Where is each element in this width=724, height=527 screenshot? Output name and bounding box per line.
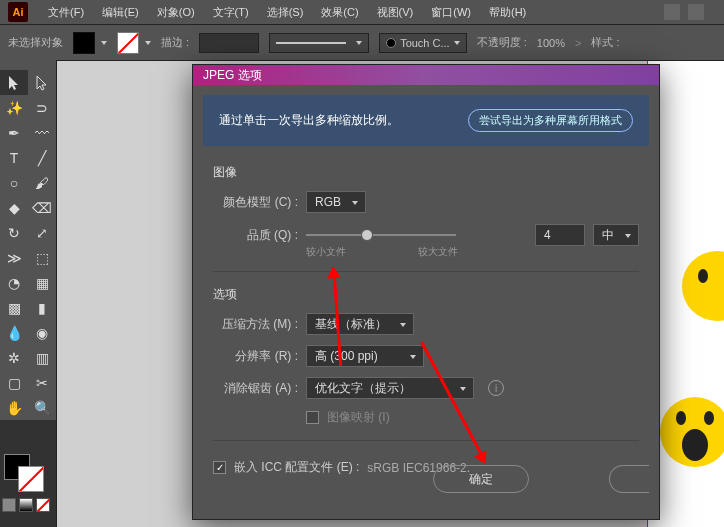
selection-tool[interactable] bbox=[0, 70, 28, 95]
banner-text: 通过单击一次导出多种缩放比例。 bbox=[219, 112, 399, 129]
compress-dropdown[interactable]: 基线（标准） bbox=[306, 313, 414, 335]
imagemap-checkbox bbox=[306, 411, 319, 424]
control-bar: 未选择对象 描边 : Touch C... 不透明度 : 100% > 样式 : bbox=[0, 24, 724, 60]
graph-tool[interactable]: ▥ bbox=[28, 345, 56, 370]
fill-swatch[interactable] bbox=[73, 32, 95, 54]
embed-icc-checkbox[interactable]: ✓ bbox=[213, 461, 226, 474]
stroke-profile-dropdown[interactable] bbox=[269, 33, 369, 53]
color-mode[interactable] bbox=[2, 498, 16, 512]
menu-type[interactable]: 文字(T) bbox=[205, 5, 257, 20]
chevron-down-icon[interactable] bbox=[145, 41, 151, 45]
width-tool[interactable]: ≫ bbox=[0, 245, 28, 270]
section-image: 图像 bbox=[213, 164, 639, 181]
eraser-tool[interactable]: ⌫ bbox=[28, 195, 56, 220]
menu-help[interactable]: 帮助(H) bbox=[481, 5, 534, 20]
stroke-swatch[interactable] bbox=[117, 32, 139, 54]
menu-effect[interactable]: 效果(C) bbox=[313, 5, 366, 20]
menubar: Ai 文件(F) 编辑(E) 对象(O) 文字(T) 选择(S) 效果(C) 视… bbox=[0, 0, 724, 24]
no-selection-label: 未选择对象 bbox=[8, 35, 63, 50]
ellipse-tool[interactable]: ○ bbox=[0, 170, 28, 195]
app-logo: Ai bbox=[8, 2, 28, 22]
eyedropper-tool[interactable]: 💧 bbox=[0, 320, 28, 345]
menu-view[interactable]: 视图(V) bbox=[369, 5, 422, 20]
opacity-value[interactable]: 100% bbox=[537, 37, 565, 49]
type-tool[interactable]: T bbox=[0, 145, 28, 170]
gradient-mode[interactable] bbox=[19, 498, 33, 512]
opacity-label: 不透明度 : bbox=[477, 35, 527, 50]
stroke-color[interactable] bbox=[18, 466, 44, 492]
line-tool[interactable]: ╱ bbox=[28, 145, 56, 170]
chevron-down-icon bbox=[454, 41, 460, 45]
section-options: 选项 bbox=[213, 286, 639, 303]
dialog-title: JPEG 选项 bbox=[193, 65, 659, 85]
free-transform-tool[interactable]: ⬚ bbox=[28, 245, 56, 270]
color-model-label: 颜色模型 (C) : bbox=[213, 194, 298, 211]
quality-slider[interactable]: 较小文件 较大文件 bbox=[306, 223, 527, 247]
search-icon[interactable] bbox=[664, 4, 680, 20]
ok-button[interactable]: 确定 bbox=[433, 465, 529, 493]
style-label: 样式 : bbox=[591, 35, 619, 50]
menu-edit[interactable]: 编辑(E) bbox=[94, 5, 147, 20]
larger-file-label: 较大文件 bbox=[418, 245, 458, 259]
stroke-label: 描边 : bbox=[161, 35, 189, 50]
dot-icon bbox=[386, 38, 396, 48]
lasso-tool[interactable]: ⊃ bbox=[28, 95, 56, 120]
compress-label: 压缩方法 (M) : bbox=[213, 316, 298, 333]
smaller-file-label: 较小文件 bbox=[306, 245, 346, 259]
antialias-label: 消除锯齿 (A) : bbox=[213, 380, 298, 397]
curvature-tool[interactable]: 〰 bbox=[28, 120, 56, 145]
jpeg-options-dialog: JPEG 选项 通过单击一次导出多种缩放比例。 尝试导出为多种屏幕所用格式 图像… bbox=[192, 64, 660, 520]
artboard-tool[interactable]: ▢ bbox=[0, 370, 28, 395]
resolution-dropdown[interactable]: 高 (300 ppi) bbox=[306, 345, 424, 367]
scale-tool[interactable]: ⤢ bbox=[28, 220, 56, 245]
cancel-button[interactable] bbox=[609, 465, 649, 493]
pen-tool[interactable]: ✒ bbox=[0, 120, 28, 145]
color-model-dropdown[interactable]: RGB bbox=[306, 191, 366, 213]
shape-builder-tool[interactable]: ◔ bbox=[0, 270, 28, 295]
slider-knob[interactable] bbox=[361, 229, 373, 241]
hand-tool[interactable]: ✋ bbox=[0, 395, 28, 420]
gradient-tool[interactable]: ▮ bbox=[28, 295, 56, 320]
touch-label: Touch C... bbox=[400, 37, 450, 49]
stroke-weight-input[interactable] bbox=[199, 33, 259, 53]
resolution-label: 分辨率 (R) : bbox=[213, 348, 298, 365]
embed-icc-label: 嵌入 ICC 配置文件 (E) : bbox=[234, 459, 359, 476]
arrange-icon[interactable] bbox=[688, 4, 704, 20]
rotate-tool[interactable]: ↻ bbox=[0, 220, 28, 245]
slice-tool[interactable]: ✂ bbox=[28, 370, 56, 395]
menu-file[interactable]: 文件(F) bbox=[40, 5, 92, 20]
direct-selection-tool[interactable] bbox=[28, 70, 56, 95]
touch-type-button[interactable]: Touch C... bbox=[379, 33, 467, 53]
quality-label: 品质 (Q) : bbox=[213, 227, 298, 244]
menu-window[interactable]: 窗口(W) bbox=[423, 5, 479, 20]
menu-object[interactable]: 对象(O) bbox=[149, 5, 203, 20]
emoji-graphic bbox=[682, 251, 724, 321]
quality-value-input[interactable]: 4 bbox=[535, 224, 585, 246]
blend-tool[interactable]: ◉ bbox=[28, 320, 56, 345]
imagemap-label: 图像映射 (I) bbox=[327, 409, 390, 426]
zoom-tool[interactable]: 🔍 bbox=[28, 395, 56, 420]
symbol-sprayer-tool[interactable]: ✲ bbox=[0, 345, 28, 370]
chevron-down-icon[interactable] bbox=[101, 41, 107, 45]
quality-preset-dropdown[interactable]: 中 bbox=[593, 224, 639, 246]
perspective-tool[interactable]: ▦ bbox=[28, 270, 56, 295]
magic-wand-tool[interactable]: ✨ bbox=[0, 95, 28, 120]
mesh-tool[interactable]: ▩ bbox=[0, 295, 28, 320]
menu-select[interactable]: 选择(S) bbox=[259, 5, 312, 20]
none-mode[interactable] bbox=[36, 498, 50, 512]
paintbrush-tool[interactable]: 🖌 bbox=[28, 170, 56, 195]
info-icon[interactable]: i bbox=[488, 380, 504, 396]
banner: 通过单击一次导出多种缩放比例。 尝试导出为多种屏幕所用格式 bbox=[203, 95, 649, 146]
export-screens-button[interactable]: 尝试导出为多种屏幕所用格式 bbox=[468, 109, 633, 132]
tools-panel: ✨ ⊃ ✒ 〰 T ╱ ○ 🖌 ◆ ⌫ ↻ ⤢ ≫ ⬚ ◔ ▦ ▩ ▮ 💧 ◉ … bbox=[0, 60, 56, 420]
emoji-graphic bbox=[660, 397, 724, 467]
shaper-tool[interactable]: ◆ bbox=[0, 195, 28, 220]
